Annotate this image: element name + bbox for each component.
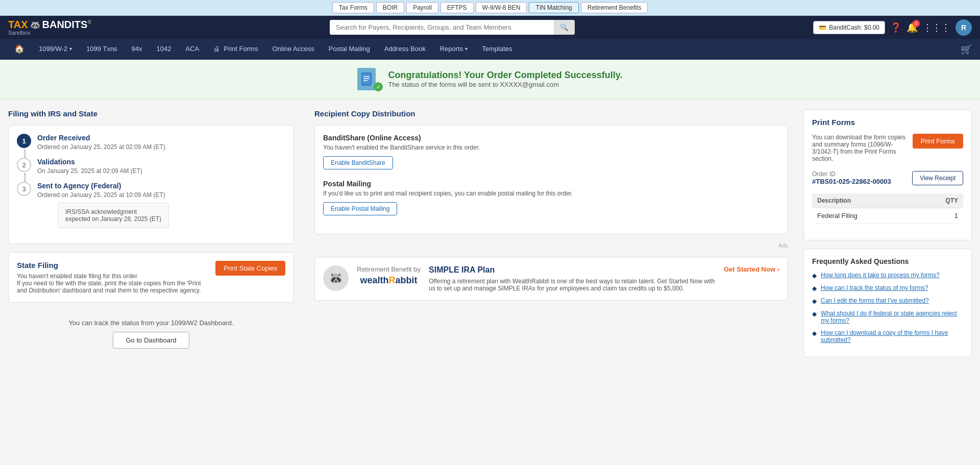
state-filing-header: State Filing You haven't enabled state f… — [17, 261, 285, 294]
middle-column: Recipient Copy Distribution BanditShare … — [304, 109, 798, 357]
wealth-rabbit-highlight: R — [389, 275, 396, 285]
ads-logo-text: Retirement Benefit by — [357, 265, 421, 273]
faq-diamond-icon-4: ◆ — [812, 310, 817, 317]
nav-aca[interactable]: ACA — [180, 40, 206, 59]
postal-mailing-block: Postal Mailing If you'd like us to print… — [323, 180, 779, 215]
main-nav: 🏠 1099/W-2 ▾ 1099 Txns 94x 1042 ACA 🖨 Pr… — [0, 39, 980, 60]
step-1-number: 1 — [17, 134, 31, 148]
logo-face-icon: 🦝 — [30, 20, 40, 30]
order-table-row-description: Federal Filing — [812, 208, 916, 224]
step-2-content: Validations On January 25, 2025 at 02:09… — [37, 158, 142, 175]
ads-label: Ads — [778, 242, 788, 249]
print-forms-title: Print Forms — [812, 118, 963, 127]
faq-item-1: ◆ How long does it take to process my fo… — [812, 272, 963, 279]
nav-print-forms[interactable]: 🖨 Print Forms — [207, 40, 264, 59]
tab-boir[interactable]: BOIR — [376, 2, 404, 13]
nav-1099-w2[interactable]: 1099/W-2 ▾ — [33, 40, 78, 59]
logo-area: TAX 🦝 BANDITS® Sandbox — [8, 19, 91, 36]
wallet-icon: 💳 — [819, 24, 826, 31]
order-table-header-description: Description — [812, 193, 916, 208]
faq-section: Frequently Asked Questions ◆ How long do… — [803, 249, 972, 357]
nav-home-button[interactable]: 🏠 — [8, 39, 31, 60]
search-area: 🔍 — [97, 20, 807, 35]
success-title: Congratulations! Your Order Completed Su… — [388, 70, 622, 81]
faq-diamond-icon-1: ◆ — [812, 272, 817, 279]
right-column: Print Forms You can download the form co… — [798, 109, 972, 357]
svg-rect-0 — [362, 73, 371, 85]
left-column: Filing with IRS and State 1 Order Receiv… — [8, 109, 304, 357]
order-id-info: Order ID #TBS01-025-22862-00003 — [812, 170, 891, 185]
tab-payroll[interactable]: Payroll — [406, 2, 438, 13]
nav-94x[interactable]: 94x — [126, 40, 149, 59]
enable-postal-mailing-button[interactable]: Enable Postal Mailing — [323, 202, 397, 215]
bandit-cash-display[interactable]: 💳 BanditCash: $0.00 — [813, 21, 885, 34]
tab-tin-matching[interactable]: TIN Matching — [529, 2, 578, 13]
nav-postal-mailing[interactable]: Postal Mailing — [323, 40, 376, 59]
avatar-button[interactable]: R — [955, 19, 972, 36]
bandit-share-block: BanditShare (Online Access) You haven't … — [323, 134, 779, 169]
faq-link-1[interactable]: How long does it take to process my form… — [821, 272, 940, 279]
wealth-rabbit-logo: wealthRabbit — [360, 275, 418, 286]
tab-retirement-benefits[interactable]: Retirement Benefits — [581, 2, 648, 13]
help-button[interactable]: ❓ — [890, 22, 901, 33]
success-check-icon: ✓ — [374, 82, 383, 91]
nav-online-access[interactable]: Online Access — [266, 40, 320, 59]
state-filing-section: State Filing You haven't enabled state f… — [8, 252, 294, 303]
step-2-number: 2 — [17, 158, 31, 172]
order-id-section: Order ID #TBS01-025-22862-00003 View Rec… — [812, 170, 963, 185]
recipient-section: BanditShare (Online Access) You haven't … — [314, 125, 788, 234]
bandit-share-description: You haven't enabled the BanditShare serv… — [323, 144, 779, 151]
print-forms-button[interactable]: Print Forms — [913, 134, 963, 149]
order-id-label: Order ID — [812, 170, 891, 178]
tab-w9w8ben[interactable]: W-9/W-8 BEN — [476, 2, 527, 13]
nav-templates[interactable]: Templates — [476, 40, 518, 59]
recipient-section-title: Recipient Copy Distribution — [314, 109, 788, 118]
cart-icon[interactable]: 🛒 — [961, 44, 972, 55]
print-state-copies-button[interactable]: Print State Copies — [215, 261, 285, 276]
search-input[interactable] — [330, 20, 554, 35]
notification-button[interactable]: 🔔 0 — [906, 22, 918, 33]
ads-cta-button[interactable]: Get Started Now › — [724, 265, 779, 273]
tab-tax-forms[interactable]: Tax Forms — [332, 2, 374, 13]
step-3-description: Ordered on January 25, 2025 at 10:09 AM … — [37, 191, 169, 199]
enable-bandit-share-button[interactable]: Enable BanditShare — [323, 156, 393, 169]
step-2-description: On January 25, 2025 at 02:09 AM (ET) — [37, 167, 142, 175]
go-to-dashboard-button[interactable]: Go to Dashboard — [113, 332, 189, 349]
header: TAX 🦝 BANDITS® Sandbox 🔍 💳 BanditCash: $… — [0, 16, 980, 39]
order-id-value: #TBS01-025-22862-00003 — [812, 178, 891, 185]
nav-reports[interactable]: Reports ▾ — [434, 40, 474, 59]
irs-ack-line1: IRS/SSA acknowledgment — [65, 208, 161, 215]
faq-item-3: ◆ Can I edit the forms that I've submitt… — [812, 297, 963, 305]
ads-label-row: Ads — [314, 242, 788, 249]
order-table: Description QTY Federal Filing 1 — [812, 193, 963, 224]
filing-steps-container: 1 Order Received Ordered on January 25, … — [8, 125, 294, 244]
tab-eftps[interactable]: EFTPS — [440, 2, 474, 13]
state-filing-desc2: If you need to file with the state, prin… — [17, 280, 205, 294]
faq-item-5: ◆ How can I download a copy of the forms… — [812, 329, 963, 344]
success-text: Congratulations! Your Order Completed Su… — [388, 70, 622, 88]
step-2: 2 Validations On January 25, 2025 at 02:… — [17, 158, 285, 175]
faq-link-5[interactable]: How can I download a copy of the forms I… — [821, 329, 963, 344]
search-button[interactable]: 🔍 — [554, 20, 575, 35]
grid-button[interactable]: ⋮⋮⋮ — [923, 22, 950, 33]
main-content: Filing with IRS and State 1 Order Receiv… — [0, 99, 980, 368]
state-filing-desc1: You haven't enabled state filing for thi… — [17, 273, 205, 280]
faq-link-4[interactable]: What should I do if federal or state age… — [821, 310, 963, 324]
nav-reports-label: Reports — [440, 45, 463, 53]
state-filing-text: State Filing You haven't enabled state f… — [17, 261, 205, 294]
irs-ack-line2: expected on January 28, 2025 (ET) — [65, 215, 161, 223]
view-receipt-button[interactable]: View Receipt — [912, 171, 963, 185]
faq-link-2[interactable]: How can I track the status of my forms? — [821, 284, 928, 291]
nav-1099-w2-arrow: ▾ — [69, 46, 72, 52]
success-doc-icon — [357, 68, 376, 90]
nav-1042[interactable]: 1042 — [151, 40, 178, 59]
nav-1099-txns[interactable]: 1099 Txns — [80, 40, 123, 59]
ads-content: SIMPLE IRA Plan Offering a retirement pl… — [429, 265, 716, 292]
dashboard-text: You can track the status from your 1099/… — [16, 319, 286, 327]
dashboard-link-section: You can track the status from your 1099/… — [8, 311, 294, 357]
nav-address-book[interactable]: Address Book — [378, 40, 432, 59]
step-1-title: Order Received — [37, 134, 167, 142]
faq-link-3[interactable]: Can I edit the forms that I've submitted… — [821, 297, 929, 304]
faq-item-2: ◆ How can I track the status of my forms… — [812, 284, 963, 292]
step-1: 1 Order Received Ordered on January 25, … — [17, 134, 285, 151]
